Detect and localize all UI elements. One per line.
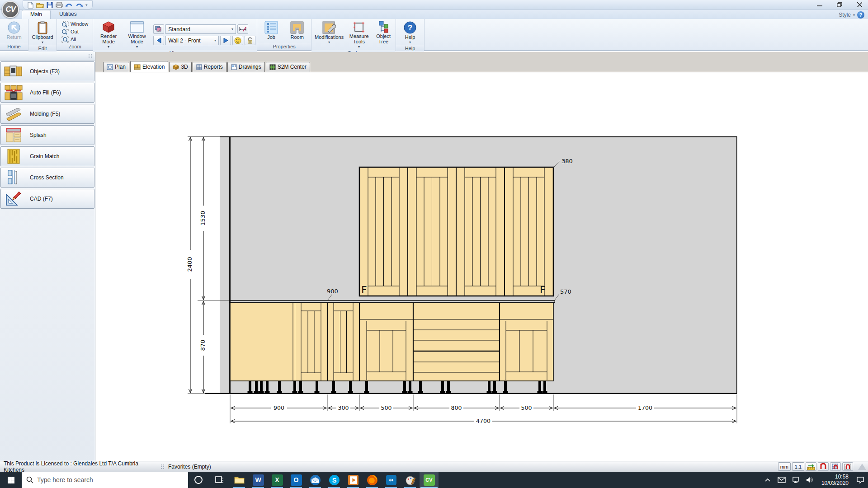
taskbar-app-explorer[interactable]	[230, 472, 249, 488]
taskbar-clock[interactable]: 10:58 10/03/2020	[821, 474, 849, 486]
restore-button[interactable]	[834, 0, 845, 9]
group-zoom: Window Out All Zoom	[57, 19, 93, 50]
search-input[interactable]	[37, 476, 173, 483]
snap-object-icon[interactable]	[842, 462, 853, 471]
group-zoom-label: Zoom	[57, 43, 93, 50]
sidebar-item-crosssection[interactable]: Cross Section	[0, 168, 94, 188]
outlook-icon: O	[291, 474, 302, 486]
job-icon	[264, 21, 278, 34]
drawing-canvas[interactable]: Plan Elevation 3D Reports Drawings S2M C…	[95, 52, 868, 461]
quick-access-toolbar: ▾	[23, 0, 93, 9]
zoom-all-button[interactable]: All	[60, 36, 90, 43]
face-display-icon[interactable]	[232, 36, 243, 45]
next-wall-button[interactable]	[220, 36, 231, 45]
job-button[interactable]: Job	[259, 20, 284, 43]
tray-chevron-icon[interactable]	[763, 478, 773, 482]
taskbar-app-cabinet-vision[interactable]: CV	[420, 472, 439, 488]
return-button[interactable]: Return	[1, 20, 27, 43]
taskbar-app-thunderbird[interactable]	[306, 472, 325, 488]
zoom-window-button[interactable]: Window	[60, 21, 90, 28]
ribbon-tab-utilities[interactable]: Utilities	[51, 9, 85, 19]
status-bar: This Product is Licensed to : Glendales …	[0, 461, 868, 472]
start-button[interactable]	[0, 472, 22, 488]
dim-height-upper: 1530	[199, 211, 206, 225]
group-home-label: Home	[0, 43, 28, 50]
previous-wall-button[interactable]	[153, 36, 164, 45]
auto-fill-icon	[4, 84, 24, 101]
modifications-button[interactable]: Modifications▾	[313, 20, 345, 50]
cortana-button[interactable]	[188, 472, 209, 488]
sidebar-item-autofill[interactable]: Auto Fill (F6)	[0, 83, 94, 103]
print-icon[interactable]	[56, 2, 63, 8]
window-mode-button[interactable]: Window Mode▾	[123, 20, 151, 50]
sidebar-item-objects[interactable]: Objects (F3)	[0, 61, 94, 81]
lock-icon[interactable]	[245, 36, 255, 45]
dim-total-width: 4700	[476, 418, 491, 424]
wall-select[interactable]: Wall 2 - Front▾	[165, 36, 219, 45]
snap-grid-icon[interactable]	[830, 462, 841, 471]
elevation-drawing[interactable]: 2400 1530 870	[95, 52, 868, 461]
qat-customize-icon[interactable]: ▾	[85, 3, 88, 7]
units-button[interactable]: mm	[778, 462, 791, 471]
media-player-icon	[348, 474, 359, 486]
zoom-out-button[interactable]: Out	[60, 28, 90, 35]
taskbar-app-firefox[interactable]	[363, 472, 382, 488]
taskbar-app-outlook[interactable]: O	[287, 472, 306, 488]
task-view-button[interactable]	[209, 472, 230, 488]
paint-icon	[405, 474, 416, 486]
clock-time: 10:58	[821, 474, 849, 480]
sidebar-item-molding[interactable]: Molding (F5)	[0, 104, 94, 124]
dim-seg-5: 500	[521, 404, 532, 411]
style-caret-icon[interactable]: ▾	[853, 13, 855, 17]
scale-button[interactable]: 1.1	[792, 462, 804, 471]
save-icon[interactable]	[47, 2, 53, 8]
room-icon	[290, 21, 304, 34]
taskbar-app-skype[interactable]: S	[325, 472, 344, 488]
taskbar-app-paint[interactable]	[401, 472, 420, 488]
style-menu[interactable]: Style	[839, 12, 851, 18]
titlebar-help-icon[interactable]: ?	[857, 11, 864, 19]
resize-grip[interactable]	[858, 464, 866, 470]
measure-scale-icon[interactable]	[806, 462, 816, 471]
sidebar-item-grainmatch[interactable]: Grain Match	[0, 146, 94, 166]
ribbon-tab-main[interactable]: Main	[22, 10, 51, 19]
group-view: Render Mode▾ Window Mode▾ Standard▾ Wa	[93, 19, 257, 50]
sidebar-item-splash[interactable]: Splash	[0, 125, 94, 145]
tray-mail-icon[interactable]	[777, 477, 787, 483]
measure-tools-button[interactable]: Measure Tools▾	[346, 20, 372, 50]
dimension-settings-icon[interactable]	[237, 24, 248, 34]
taskbar-app-media-player[interactable]	[344, 472, 363, 488]
statusbar-grip[interactable]	[161, 465, 165, 469]
tray-network-icon[interactable]	[791, 477, 801, 483]
taskbar-search[interactable]	[22, 472, 188, 488]
taskbar-app-teamviewer[interactable]	[382, 472, 401, 488]
favorites-label[interactable]: Favorites (Empty)	[168, 464, 211, 470]
action-center-icon[interactable]	[855, 476, 865, 483]
close-button[interactable]	[854, 0, 865, 9]
excel-icon: X	[272, 474, 283, 486]
tab-elevation[interactable]: Elevation	[130, 61, 168, 72]
help-button[interactable]: ? Help▾	[397, 20, 423, 45]
sidebar-grip[interactable]	[0, 52, 95, 61]
skype-icon: S	[329, 474, 340, 486]
minimize-button[interactable]	[814, 0, 826, 9]
taskbar-app-excel[interactable]: X	[268, 472, 287, 488]
zoom-all-icon	[61, 36, 69, 43]
task-view-icon	[215, 476, 224, 484]
taskbar-app-word[interactable]: W	[249, 472, 268, 488]
object-tree-button[interactable]: Object Tree	[373, 20, 394, 50]
snap-points-icon[interactable]	[818, 462, 829, 471]
new-file-icon[interactable]	[28, 2, 33, 9]
render-mode-button[interactable]: Render Mode▾	[94, 20, 123, 50]
view-style-select[interactable]: Standard▾	[165, 24, 236, 34]
sidebar-item-cad[interactable]: CAD (F7)	[0, 189, 94, 209]
redo-icon[interactable]	[75, 2, 83, 8]
app-logo[interactable]: CV	[2, 1, 19, 18]
clipboard-button[interactable]: Clipboard ▾	[30, 20, 55, 45]
room-button[interactable]: Room	[284, 20, 310, 43]
undo-icon[interactable]	[66, 2, 73, 8]
clock-date: 10/03/2020	[821, 480, 849, 486]
tray-volume-icon[interactable]	[805, 477, 815, 483]
render-settings-icon[interactable]	[153, 24, 164, 34]
open-file-icon[interactable]	[36, 2, 44, 8]
